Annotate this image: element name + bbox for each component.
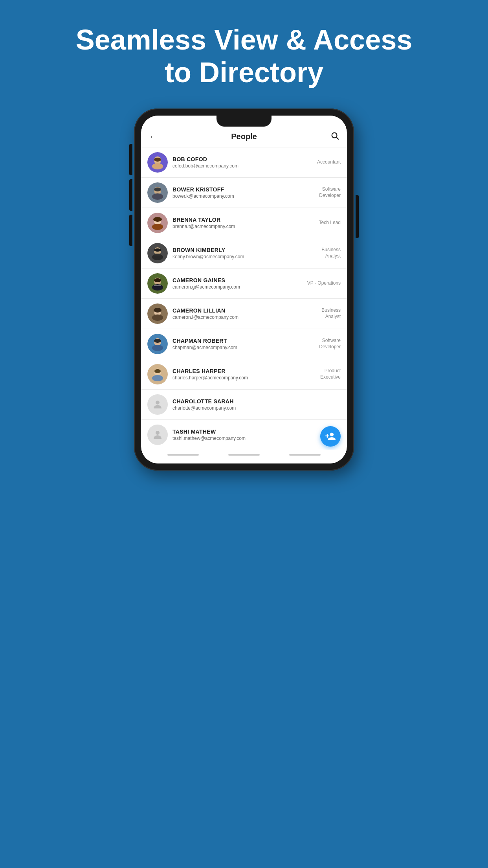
list-item[interactable]: BOB COFOD cofod.bob@acmecompany.com Acco… [141, 147, 347, 178]
avatar [147, 213, 168, 233]
contact-info: CAMERON LILLIAN cameron.l@acmecompany.co… [172, 307, 305, 320]
svg-point-28 [154, 308, 161, 313]
headline-line2: to Directory [165, 57, 323, 88]
page-title: People [231, 132, 257, 141]
app-header: ← People [141, 127, 347, 147]
contact-email: brenna.t@acmecompany.com [172, 224, 319, 229]
contact-email: kenny.brown@acmecompany.com [172, 254, 305, 259]
contact-name: BRENNA TAYLOR [172, 217, 319, 223]
svg-point-5 [152, 163, 163, 169]
list-item[interactable]: BRENNA TAYLOR brenna.t@acmecompany.com T… [141, 208, 347, 238]
contact-email: tashi.mathew@acmecompany.com [172, 436, 341, 441]
svg-point-35 [152, 375, 163, 381]
contact-name: BOB COFOD [172, 156, 317, 162]
contact-email: chapman@acmecompany.com [172, 345, 305, 350]
list-item[interactable]: BROWN KIMBERLY kenny.brown@acmecompany.c… [141, 238, 347, 268]
svg-point-13 [152, 224, 163, 230]
avatar [147, 243, 168, 263]
avatar [147, 364, 168, 384]
list-item[interactable]: CHAROLOTTE SARAH charlotte@acmecompany.c… [141, 390, 347, 420]
phone-notch [216, 116, 272, 127]
contact-role: Product Executive [305, 368, 341, 380]
avatar [147, 273, 168, 294]
contact-name: CAMERON GAINES [172, 277, 307, 283]
list-item[interactable]: TASHI MATHEW tashi.mathew@acmecompany.co… [141, 420, 347, 450]
contact-info: CHAPMAN ROBERT chapman@acmecompany.com [172, 338, 305, 350]
contact-name: CHAPMAN ROBERT [172, 338, 305, 344]
avatar [147, 152, 168, 173]
contact-info: CHAROLOTTE SARAH charlotte@acmecompany.c… [172, 398, 341, 411]
svg-point-36 [154, 369, 161, 373]
avatar [147, 303, 168, 324]
svg-point-37 [156, 401, 160, 405]
contact-name: TASHI MATHEW [172, 428, 341, 435]
contact-info: BOB COFOD cofod.bob@acmecompany.com [172, 156, 317, 169]
avatar-placeholder [147, 394, 168, 415]
svg-point-38 [156, 431, 160, 435]
contact-role: Accountant [317, 159, 341, 166]
nav-indicator-1 [167, 454, 199, 456]
contact-info: BRENNA TAYLOR brenna.t@acmecompany.com [172, 217, 319, 229]
contact-email: cameron.l@acmecompany.com [172, 314, 305, 320]
svg-point-23 [154, 278, 161, 282]
search-icon[interactable] [327, 131, 339, 142]
add-contact-button[interactable] [320, 426, 341, 447]
contact-role: VP - Operations [307, 280, 341, 287]
phone-outer: ← People BOB COFOD [134, 108, 354, 471]
contact-role: Business Analyst [305, 247, 341, 259]
contact-name: CHAROLOTTE SARAH [172, 398, 341, 405]
contact-email: charlotte@acmecompany.com [172, 405, 341, 411]
avatar [147, 334, 168, 354]
back-button[interactable]: ← [149, 132, 161, 142]
bottom-nav [141, 450, 347, 463]
contact-name: BROWN KIMBERLY [172, 247, 305, 253]
list-item[interactable]: BOWER KRISTOFF bower.k@acmecompany.com S… [141, 178, 347, 208]
contact-list: BOB COFOD cofod.bob@acmecompany.com Acco… [141, 147, 347, 450]
avatar-placeholder [147, 425, 168, 445]
contact-info: CHARLES HARPER charles.harper@acmecompan… [172, 368, 305, 381]
svg-line-1 [336, 137, 338, 139]
svg-point-31 [152, 345, 163, 351]
contact-email: bower.k@acmecompany.com [172, 193, 305, 199]
nav-indicator-3 [289, 454, 321, 456]
contact-role: Business Analyst [305, 307, 341, 320]
contact-role: Tech Lead [319, 220, 341, 226]
contact-role: Software Developer [305, 338, 341, 350]
svg-rect-19 [154, 254, 161, 256]
svg-point-9 [152, 193, 163, 200]
contact-name: CHARLES HARPER [172, 368, 305, 374]
avatar [147, 182, 168, 203]
contact-email: cameron.g@acmecompany.com [172, 284, 307, 290]
contact-email: charles.harper@acmecompany.com [172, 375, 305, 381]
contact-info: TASHI MATHEW tashi.mathew@acmecompany.co… [172, 428, 341, 441]
list-item[interactable]: CHARLES HARPER charles.harper@acmecompan… [141, 359, 347, 390]
headline-line1: Seamless View & Access [76, 24, 413, 55]
page-headline: Seamless View & Access to Directory [44, 0, 444, 105]
svg-point-27 [152, 314, 163, 321]
svg-point-6 [154, 158, 161, 162]
list-item[interactable]: CHAPMAN ROBERT chapman@acmecompany.com S… [141, 329, 347, 359]
phone-screen: ← People BOB COFOD [141, 116, 347, 463]
nav-indicator-2 [228, 454, 260, 456]
contact-info: CAMERON GAINES cameron.g@acmecompany.com [172, 277, 307, 290]
contact-name: BOWER KRISTOFF [172, 186, 305, 193]
svg-point-32 [154, 339, 161, 343]
list-item[interactable]: CAMERON LILLIAN cameron.l@acmecompany.co… [141, 299, 347, 329]
svg-rect-24 [154, 285, 161, 286]
svg-point-10 [154, 188, 161, 191]
contact-name: CAMERON LILLIAN [172, 307, 305, 314]
contact-email: cofod.bob@acmecompany.com [172, 163, 317, 169]
contact-role: Software Developer [305, 186, 341, 199]
phone-mockup: ← People BOB COFOD [134, 108, 354, 471]
contact-info: BROWN KIMBERLY kenny.brown@acmecompany.c… [172, 247, 305, 259]
svg-point-14 [153, 217, 162, 222]
contact-info: BOWER KRISTOFF bower.k@acmecompany.com [172, 186, 305, 199]
svg-point-18 [154, 248, 161, 252]
list-item[interactable]: CAMERON GAINES cameron.g@acmecompany.com… [141, 268, 347, 299]
